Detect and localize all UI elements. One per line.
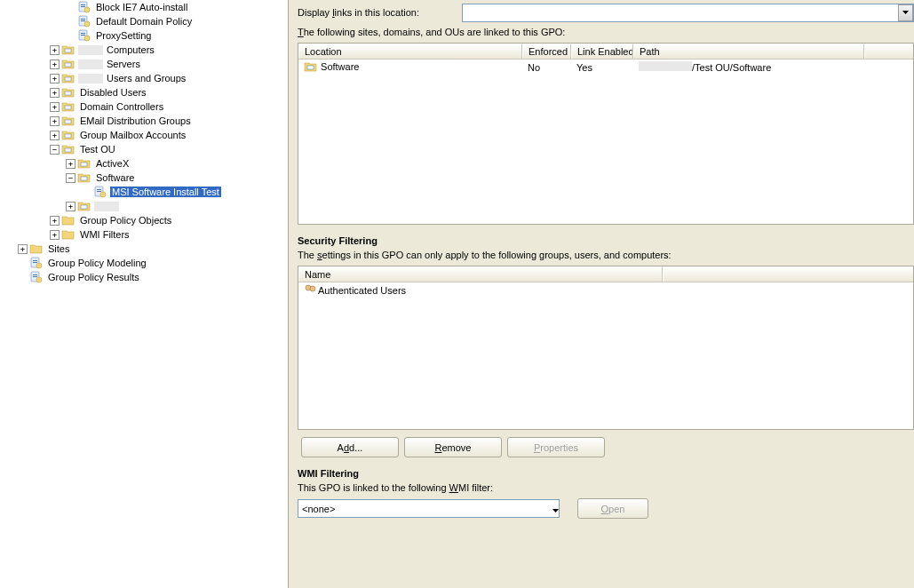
svg-rect-17 xyxy=(65,120,71,123)
links-cell-path: /Test OU/Software xyxy=(633,61,913,73)
expand-icon[interactable]: + xyxy=(66,159,76,169)
tree-item[interactable]: Default Domain Policy xyxy=(18,14,288,28)
tree-item-label: Computers xyxy=(105,44,156,55)
expand-spacer xyxy=(18,273,28,282)
security-row[interactable]: Authenticated Users xyxy=(298,282,913,298)
expand-icon[interactable]: + xyxy=(18,244,28,254)
tree-item[interactable]: +Sites xyxy=(18,242,288,256)
tree-panel: Block IE7 Auto-installDefault Domain Pol… xyxy=(0,0,289,588)
ou-icon xyxy=(61,128,76,142)
tree-item[interactable]: Group Policy Results xyxy=(18,270,288,284)
links-header-link-enabled[interactable]: Link Enabled xyxy=(571,44,633,59)
svg-point-3 xyxy=(84,7,90,12)
dropdown-button[interactable] xyxy=(552,504,559,514)
svg-point-11 xyxy=(84,36,90,41)
svg-marker-39 xyxy=(552,509,559,513)
svg-rect-13 xyxy=(65,63,71,67)
expand-icon[interactable]: + xyxy=(50,131,60,140)
svg-point-30 xyxy=(36,263,42,268)
expand-spacer xyxy=(66,31,76,41)
tree-item[interactable]: +Group Policy Objects xyxy=(18,213,288,227)
links-header-location[interactable]: Location xyxy=(298,44,522,59)
expand-icon[interactable]: + xyxy=(50,230,60,240)
tree-item-label: Users and Groups xyxy=(105,73,187,83)
tree-item[interactable]: Group Policy Modeling xyxy=(18,256,288,270)
tree-item[interactable]: −Software xyxy=(18,171,288,185)
svg-rect-10 xyxy=(81,35,85,36)
svg-rect-32 xyxy=(33,274,37,275)
tree-item[interactable]: +Servers xyxy=(18,57,288,71)
expand-spacer xyxy=(66,17,76,27)
dropdown-button[interactable] xyxy=(898,4,913,21)
tree-item-label: Group Policy Modeling xyxy=(46,258,148,268)
gpo-mod-icon xyxy=(29,256,44,270)
links-header-enforced[interactable]: Enforced xyxy=(522,44,571,59)
ou-icon xyxy=(77,171,91,185)
display-links-dropdown[interactable] xyxy=(462,4,914,22)
wmi-filter-dropdown[interactable]: <none> xyxy=(298,499,560,518)
svg-rect-2 xyxy=(81,6,85,7)
svg-point-7 xyxy=(84,21,90,27)
svg-rect-15 xyxy=(65,91,71,95)
expand-spacer xyxy=(18,258,28,268)
tree-item[interactable]: Block IE7 Auto-install xyxy=(18,0,288,14)
collapse-icon[interactable]: − xyxy=(50,145,60,155)
tree-item[interactable]: +Disabled Users xyxy=(18,85,288,99)
console-tree[interactable]: Block IE7 Auto-installDefault Domain Pol… xyxy=(0,0,288,284)
ou-icon xyxy=(61,142,76,156)
tree-item[interactable]: +ActiveX xyxy=(18,156,288,171)
tree-item[interactable]: +Users and Groups xyxy=(18,71,288,85)
svg-rect-36 xyxy=(307,66,314,69)
tree-item-label: ProxySetting xyxy=(94,30,153,41)
display-links-label: Display links in this location: xyxy=(298,7,462,18)
links-listview[interactable]: Location Enforced Link Enabled Path Soft… xyxy=(298,43,914,225)
add-button[interactable]: Add... xyxy=(301,437,399,457)
gpo-icon xyxy=(93,185,107,199)
expand-icon[interactable]: + xyxy=(50,88,60,98)
expand-icon[interactable]: + xyxy=(50,74,60,83)
security-filtering-desc: The settings in this GPO can only apply … xyxy=(298,250,914,266)
expand-icon[interactable]: + xyxy=(50,102,60,112)
tree-item[interactable]: +Group Mailbox Accounts xyxy=(18,128,288,142)
svg-rect-9 xyxy=(81,33,85,34)
links-header-path[interactable]: Path xyxy=(633,44,864,59)
security-listview[interactable]: Name Authenticated Users xyxy=(298,266,914,430)
svg-rect-21 xyxy=(81,177,87,180)
expand-spacer xyxy=(66,3,76,12)
expand-icon[interactable]: + xyxy=(50,216,60,226)
tree-item[interactable]: +Computers xyxy=(18,43,288,57)
tree-item[interactable]: + xyxy=(18,199,288,213)
expand-icon[interactable]: + xyxy=(50,60,60,69)
tree-item-label: Servers xyxy=(105,59,142,69)
collapse-icon[interactable]: − xyxy=(66,173,76,183)
users-icon xyxy=(304,284,318,297)
ou-icon xyxy=(61,71,76,85)
links-cell-enforced: No xyxy=(522,62,571,73)
expand-icon[interactable]: + xyxy=(50,45,60,55)
open-button[interactable]: Open xyxy=(577,498,648,519)
tree-item[interactable]: ProxySetting xyxy=(18,28,288,43)
tree-item[interactable]: MSI Software Install Test xyxy=(18,185,288,199)
expand-icon[interactable]: + xyxy=(50,116,60,126)
links-row[interactable]: SoftwareNoYes/Test OU/Software xyxy=(298,60,913,75)
tree-item-label: Disabled Users xyxy=(78,87,148,98)
tree-item[interactable]: +Domain Controllers xyxy=(18,99,288,114)
svg-rect-12 xyxy=(65,49,71,52)
tree-item[interactable]: +WMI Filters xyxy=(18,227,288,242)
links-cell-link-enabled: Yes xyxy=(571,62,633,73)
security-header-name[interactable]: Name xyxy=(298,266,663,282)
expand-icon[interactable]: + xyxy=(66,202,76,211)
svg-rect-33 xyxy=(33,276,37,277)
tree-item-label: WMI Filters xyxy=(78,229,131,240)
ou-icon xyxy=(61,114,76,128)
ou-icon xyxy=(304,60,318,75)
properties-button[interactable]: Properties xyxy=(507,437,605,457)
tree-item[interactable]: −Test OU xyxy=(18,142,288,156)
tree-item[interactable]: +EMail Distribution Groups xyxy=(18,114,288,128)
svg-rect-5 xyxy=(81,19,85,20)
gpo-icon xyxy=(77,0,91,14)
tree-item-label: Software xyxy=(94,172,136,183)
svg-rect-16 xyxy=(65,106,71,109)
remove-button[interactable]: Remove xyxy=(404,437,502,457)
tree-item-label: Default Domain Policy xyxy=(94,16,194,27)
